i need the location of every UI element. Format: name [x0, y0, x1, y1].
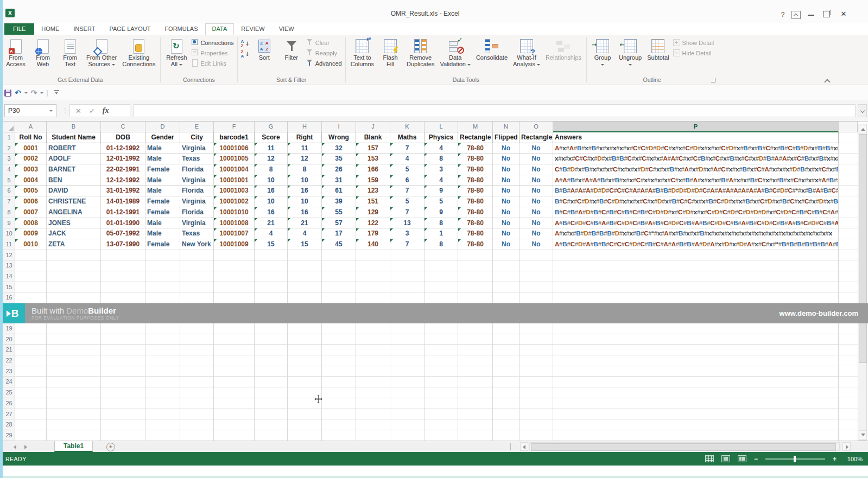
cell-K9[interactable]: 13 [390, 218, 425, 229]
cell-J23[interactable] [356, 366, 390, 377]
cell-H6[interactable]: 16 [288, 186, 322, 196]
cell-E10[interactable]: Texas [180, 228, 214, 239]
cell-A5[interactable]: 0004 [15, 175, 47, 186]
tab-home[interactable]: HOME [34, 23, 66, 35]
cell-G4[interactable]: 8 [255, 164, 288, 175]
cell-E19[interactable] [180, 323, 214, 334]
cell-D26[interactable] [145, 398, 180, 409]
cell-H10[interactable]: 4 [288, 228, 322, 239]
cell-A7[interactable]: 0006 [15, 196, 47, 207]
cell-M19[interactable] [458, 323, 493, 334]
cell-N3[interactable]: No [493, 154, 519, 164]
cell-A22[interactable] [15, 355, 47, 366]
cell-P8[interactable]: B#C#B#A#D#B#C#B#C#B#C#B#C#D#D#x#C#D#x#x#… [553, 207, 839, 218]
cell-G14[interactable] [255, 271, 288, 282]
cell-P3[interactable]: x#x#x#C#C#x#D#x#B#B#C#x#C#x#x#A#A#C#x#C#… [553, 154, 839, 164]
row-header-13[interactable]: 13 [3, 260, 15, 271]
dialog-launcher-icon[interactable] [711, 78, 715, 82]
cell-D22[interactable] [145, 355, 180, 366]
cell-A21[interactable] [15, 345, 47, 355]
header-cell-dob[interactable]: DOB [101, 132, 145, 143]
prev-sheet-icon[interactable] [14, 445, 16, 449]
formula-input[interactable] [134, 104, 856, 117]
cell-A27[interactable] [15, 409, 47, 420]
cell-O23[interactable] [519, 366, 553, 377]
cell-F26[interactable] [214, 398, 255, 409]
cell-N11[interactable]: No [493, 239, 519, 250]
cell-J8[interactable]: 129 [356, 207, 390, 218]
cell-H23[interactable] [288, 366, 322, 377]
cell-P22[interactable] [553, 355, 839, 366]
cell-F4[interactable]: 10001004 [214, 164, 255, 175]
cell-K21[interactable] [390, 345, 425, 355]
close-icon[interactable]: ✕ [838, 9, 849, 19]
cell-H29[interactable] [288, 430, 322, 441]
row-header-25[interactable]: 25 [3, 387, 15, 398]
collapse-ribbon-icon[interactable] [825, 78, 829, 82]
cell-I10[interactable]: 17 [322, 228, 356, 239]
cell-E3[interactable]: Texas [180, 154, 214, 164]
cell-O4[interactable]: No [519, 164, 553, 175]
cell-C14[interactable] [101, 271, 145, 282]
cell-A13[interactable] [15, 260, 47, 271]
cell-E13[interactable] [180, 260, 214, 271]
cell-P7[interactable]: B#C#x#C#D#x#B#C#D#x#x#x#C#x#D#x#B#C#C#x#… [553, 196, 839, 207]
cell-N13[interactable] [493, 260, 519, 271]
zoom-in-icon[interactable]: + [833, 456, 837, 462]
cell-D12[interactable] [145, 250, 180, 261]
cell-E28[interactable] [180, 419, 214, 430]
cell-M11[interactable]: 78-80 [458, 239, 493, 250]
cell-A29[interactable] [15, 430, 47, 441]
cell-N2[interactable]: No [493, 143, 519, 154]
column-header-J[interactable]: J [356, 122, 390, 132]
cell-N28[interactable] [493, 419, 519, 430]
cell-G15[interactable] [255, 282, 288, 293]
cell-P25[interactable] [553, 387, 839, 398]
sort-za-button[interactable]: ZA↓ [241, 49, 250, 57]
cell-H7[interactable]: 10 [288, 196, 322, 207]
cell-F6[interactable]: 10001003 [214, 186, 255, 196]
cell-J24[interactable] [356, 377, 390, 387]
cell-O8[interactable]: No [519, 207, 553, 218]
cell-H19[interactable] [288, 323, 322, 334]
cell-I27[interactable] [322, 409, 356, 420]
cell-P20[interactable] [553, 334, 839, 345]
cell-J25[interactable] [356, 387, 390, 398]
cell-L25[interactable] [425, 387, 458, 398]
cell-L6[interactable]: 9 [425, 186, 458, 196]
cell-L24[interactable] [425, 377, 458, 387]
tab-view[interactable]: VIEW [272, 23, 301, 35]
tab-formulas[interactable]: FORMULAS [157, 23, 205, 35]
flash-fill-button[interactable]: FlashFill [377, 36, 404, 67]
cell-O20[interactable] [519, 334, 553, 345]
row-header-4[interactable]: 4 [3, 164, 15, 175]
header-cell-score[interactable]: Score [255, 132, 288, 143]
cell-M25[interactable] [458, 387, 493, 398]
cell-D28[interactable] [145, 419, 180, 430]
cell-J15[interactable] [356, 282, 390, 293]
cell-H3[interactable]: 12 [288, 154, 322, 164]
cell-P2[interactable]: A#x#A#B#x#B#x#x#x#x#x#C#C#D#D#C#x#x#C#D#… [553, 143, 839, 154]
cell-B12[interactable] [47, 250, 101, 261]
tab-review[interactable]: REVIEW [234, 23, 271, 35]
cell-L21[interactable] [425, 345, 458, 355]
cell-K20[interactable] [390, 334, 425, 345]
cell-K8[interactable]: 7 [390, 207, 425, 218]
cell-O21[interactable] [519, 345, 553, 355]
cell-D11[interactable]: Female [145, 239, 180, 250]
cell-F8[interactable]: 10001010 [214, 207, 255, 218]
row-header-15[interactable]: 15 [3, 282, 15, 293]
cell-N6[interactable]: No [493, 186, 519, 196]
row-header-19[interactable]: 19 [3, 323, 15, 334]
cell-M12[interactable] [458, 250, 493, 261]
cell-J21[interactable] [356, 345, 390, 355]
cell-D9[interactable]: Male [145, 218, 180, 229]
cell-E25[interactable] [180, 387, 214, 398]
row-header-26[interactable]: 26 [3, 398, 15, 409]
cell-G22[interactable] [255, 355, 288, 366]
cell-L19[interactable] [425, 323, 458, 334]
cell-F21[interactable] [214, 345, 255, 355]
cell-B5[interactable]: BEN [47, 175, 101, 186]
cell-N19[interactable] [493, 323, 519, 334]
cell-C16[interactable] [101, 292, 145, 303]
